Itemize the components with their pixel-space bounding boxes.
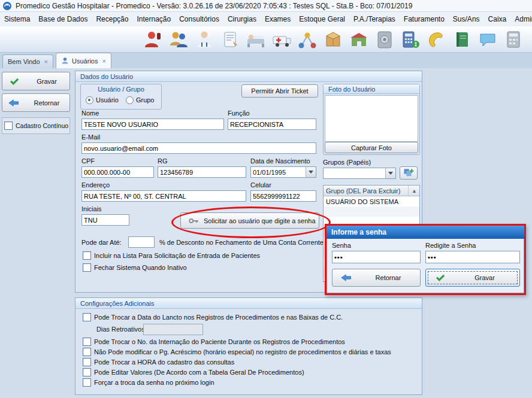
phone-icon[interactable] [426, 29, 446, 50]
menu-item-cirurgias[interactable]: Cirurgias [223, 15, 261, 23]
panel-title: Configurações Adicionais [80, 300, 155, 307]
desconto-input[interactable] [128, 236, 155, 248]
app-logo-icon [2, 1, 12, 11]
nascimento-value: 01/01/1995 [251, 169, 306, 176]
menu-item-faturamento[interactable]: Faturamento [400, 15, 449, 23]
pg-acrescimo-checkbox[interactable]: Não Pode modificar o Pg. Acréscimo (horá… [83, 348, 391, 356]
endereco-input[interactable] [81, 190, 246, 202]
key-icon [188, 215, 199, 226]
celular-input[interactable] [250, 190, 316, 202]
menu-item-sistema[interactable]: Sistema [0, 15, 34, 23]
ambulance-icon[interactable] [271, 29, 292, 50]
menu-item-recepcao[interactable]: Recepção [92, 15, 132, 23]
check-icon [8, 76, 19, 87]
menu-item-base-de-dados[interactable]: Base de Dados [34, 15, 92, 23]
funcao-input[interactable] [228, 119, 316, 130]
window-titlebar: Promedico Gestão Hospitalar - Promedico … [0, 0, 532, 12]
chat-icon[interactable] [477, 29, 498, 50]
dias-retroativos-label: Dias Retroativos : [96, 326, 149, 333]
calculator-icon[interactable] [503, 29, 524, 50]
foto-caption: Foto do Usuário [328, 86, 375, 93]
hospital-bed-icon[interactable] [246, 29, 266, 50]
menu-item-pa-terapias[interactable]: P.A./Terapias [349, 15, 400, 23]
foto-usuario-group: Foto do Usuário Capturar Foto [323, 84, 420, 155]
market-icon[interactable] [349, 29, 369, 50]
checkbox-box [83, 313, 91, 321]
tab-close-icon[interactable]: × [102, 57, 105, 65]
nascimento-label: Data de Nascimento [250, 157, 310, 165]
cash-register-icon[interactable] [400, 29, 421, 50]
capturar-foto-button[interactable]: Capturar Foto [325, 142, 418, 153]
trocar-no-internacao-checkbox[interactable]: Pode Trocar o No. da Internação do Pacie… [83, 338, 345, 346]
menu-item-estoque-geral[interactable]: Estoque Geral [295, 15, 349, 23]
endereco-label: Endereço [81, 181, 110, 189]
permitir-abrir-ticket-button[interactable]: Permitir Abrir Ticket [241, 84, 318, 98]
rg-input[interactable] [158, 166, 246, 178]
editar-valores-checkbox[interactable]: Pode Editar Valores (De Acordo com a Tab… [83, 368, 304, 376]
grupo-list-row[interactable]: USUÁRIO DO SISTEMA [324, 196, 419, 206]
dias-retroativos-input[interactable] [143, 324, 203, 335]
radio-usuario-label: Usuário [96, 96, 119, 104]
adicionar-grupo-button[interactable] [400, 166, 418, 180]
nome-input[interactable] [81, 119, 224, 130]
network-icon[interactable] [297, 29, 318, 50]
menu-item-consultorios[interactable]: Consultórios [175, 15, 223, 23]
reception-icon[interactable] [143, 29, 163, 50]
checkbox-box [83, 358, 91, 366]
patients-icon[interactable] [168, 29, 189, 50]
grupo-list-header[interactable]: Grupo (DEL Para Excluir) ▲ [324, 186, 419, 196]
sort-arrow-icon[interactable]: ▲ [408, 186, 417, 196]
nascimento-combo[interactable]: 01/01/1995 [250, 166, 316, 178]
retornar-button[interactable]: Retornar [2, 93, 70, 112]
cpf-input[interactable] [81, 166, 154, 178]
incluir-lista-checkbox[interactable]: Incluir na Lista Para Solicitação de Ent… [83, 251, 260, 260]
tab-bem-vindo[interactable]: Bem Vindo × [2, 54, 53, 68]
menu-item-exames[interactable]: Exames [261, 15, 295, 23]
trocar-no-internacao-label: Pode Trocar o No. da Internação do Pacie… [94, 338, 345, 345]
email-input[interactable] [81, 142, 316, 154]
cadastro-continuo-checkbox[interactable]: Cadastro Contínuo [2, 117, 70, 134]
menu-item-sus-ans[interactable]: Sus/Ans [449, 15, 484, 23]
menu-item-internacao[interactable]: Internação [132, 15, 175, 23]
grupos-papeis-combo[interactable] [323, 168, 396, 179]
gravar-button[interactable]: Gravar [2, 72, 70, 90]
menu-item-caixa[interactable]: Caixa [484, 15, 511, 23]
medical-record-icon[interactable] [220, 29, 240, 50]
doctor-icon[interactable] [194, 29, 214, 50]
ledger-icon[interactable] [452, 29, 472, 50]
senha-dialog-titlebar[interactable]: Informe a senha [327, 226, 524, 239]
iniciais-label: Iniciais [81, 205, 102, 212]
radio-usuario[interactable]: Usuário [86, 96, 119, 104]
cpf-label: CPF [81, 157, 95, 165]
senha-gravar-button[interactable]: Gravar [425, 269, 520, 287]
forcar-troca-senha-checkbox[interactable]: Forçar a troca da senha no próximo login [83, 378, 214, 387]
checkbox-box [83, 368, 91, 376]
trocar-hora-checkbox[interactable]: Pode Trocar a HORA do cadastro das consu… [83, 358, 234, 366]
dropdown-arrow-icon[interactable] [385, 168, 395, 178]
senha-input[interactable] [332, 251, 421, 263]
fechar-sistema-checkbox[interactable]: Fechar Sistema Quando Inativo [83, 263, 187, 272]
radio-dot [126, 96, 134, 104]
trocar-data-lancto-checkbox[interactable]: Pode Trocar a Data do Lancto nos Registr… [83, 313, 343, 321]
grupo-list-header-label: Grupo (DEL Para Excluir) [326, 187, 400, 195]
email-label: E-Mail [81, 133, 100, 141]
capturar-foto-label: Capturar Foto [351, 144, 392, 151]
celular-label: Celular [250, 181, 271, 189]
safe-icon[interactable] [374, 29, 395, 50]
redigite-senha-input[interactable] [425, 251, 520, 263]
solicitar-senha-button[interactable]: Solicitar ao usuário que digite a senha [180, 212, 319, 229]
iniciais-input[interactable] [81, 214, 129, 226]
usuario-grupo-caption: Usuário / Grupo [81, 84, 161, 93]
tab-usuarios[interactable]: Usuários × [56, 53, 111, 68]
dropdown-arrow-icon[interactable] [306, 167, 316, 177]
radio-grupo[interactable]: Grupo [126, 96, 155, 104]
forcar-troca-senha-label: Forçar a troca da senha no próximo login [94, 379, 214, 386]
checkbox-box [83, 378, 91, 387]
desconto-label: Pode dar Até: [81, 239, 122, 246]
menu-item-administracao[interactable]: Administra [510, 15, 532, 23]
stock-icon[interactable] [323, 29, 343, 50]
redigite-senha-label: Redigite a Senha [425, 242, 476, 249]
senha-retornar-button[interactable]: Retornar [332, 269, 421, 287]
tab-close-icon[interactable]: × [44, 58, 48, 65]
user-tab-icon [61, 57, 69, 65]
